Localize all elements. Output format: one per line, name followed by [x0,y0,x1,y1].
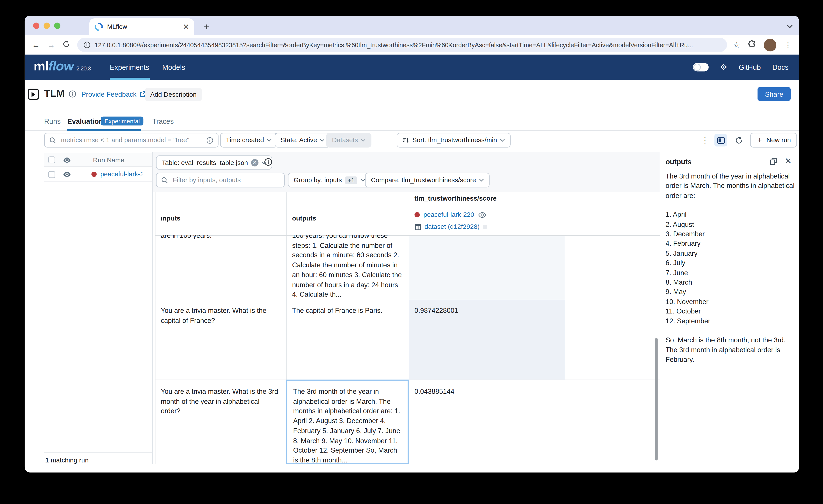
score-cell[interactable] [408,235,565,300]
run-checkbox[interactable] [48,171,55,178]
month-line: 7. June [666,268,795,278]
browser-window: MLflow ✕ ＋ ← → 127.0.0.1:8080/#/experime… [25,16,799,473]
table-info-icon[interactable] [264,158,272,168]
run-visibility-eye-icon[interactable] [63,171,71,178]
matching-run-count: 1 [45,457,49,464]
share-button[interactable]: Share [758,87,791,100]
dataset-link-label[interactable]: dataset (d12f2928) [425,223,480,231]
browser-tab[interactable]: MLflow ✕ [89,18,194,35]
new-run-button[interactable]: ＋ New run [750,133,797,148]
select-all-checkbox[interactable] [48,157,55,163]
run-link-label[interactable]: peaceful-lark-220 [423,211,474,219]
side-panel-toggle[interactable] [714,134,727,147]
browser-menu-icon[interactable]: ⋮ [784,41,792,49]
dataset-header[interactable]: dataset (d12f2928) [415,223,487,231]
group-by-label: Group by: inputs [294,176,342,184]
new-tab-button[interactable]: ＋ [201,21,212,33]
github-link[interactable]: GitHub [739,63,761,71]
table-border [155,207,660,207]
search-info-icon[interactable] [206,137,213,144]
input-cell[interactable]: are in 100 years. [155,235,286,300]
mlflow-logo[interactable]: mlflow2.20.3 [34,58,91,73]
eval-filter-input[interactable] [156,173,285,188]
detail-title: outputs [666,158,692,166]
add-description-button[interactable]: Add Description [145,88,202,101]
run-name-link[interactable]: peaceful-lark-2... [100,171,142,178]
mlflow-favicon-icon [95,23,103,31]
site-info-icon[interactable] [84,42,91,48]
visibility-eye-icon[interactable] [63,157,71,163]
input-cell[interactable]: You are a trivia master. What is the 3rd… [155,380,286,464]
close-icon[interactable]: ✕ [785,157,792,165]
eval-filter-field[interactable] [172,176,280,184]
back-icon[interactable]: ← [32,40,40,49]
runs-search-field[interactable] [60,136,207,145]
tab-traces[interactable]: Traces [152,118,174,125]
refresh-icon[interactable] [732,134,745,147]
screen: MLflow ✕ ＋ ← → 127.0.0.1:8080/#/experime… [0,0,823,504]
month-line: 10. November [666,297,795,307]
search-icon [49,137,56,144]
address-bar[interactable]: 127.0.0.1:8080/#/experiments/24405443549… [77,38,727,52]
score-cell[interactable]: 0.9874228001 [408,300,565,380]
group-by-extra-badge: +1 [345,176,357,184]
datasets-filter[interactable]: Datasets [326,133,371,148]
evaluation-workspace: Run Name peaceful-lark-2... 1 matching r… [25,152,799,473]
forward-icon[interactable]: → [47,40,55,49]
extensions-icon[interactable] [748,40,756,50]
tab-close-icon[interactable]: ✕ [183,23,189,31]
tab-search-icon[interactable] [787,21,793,30]
gear-icon[interactable]: ⚙ [720,62,727,72]
more-options-icon[interactable]: ⋮ [699,134,711,147]
tab-evaluation[interactable]: Evaluation [67,118,103,125]
profile-avatar[interactable] [764,38,777,51]
run-row[interactable]: peaceful-lark-2... [44,168,152,182]
runs-list-header: Run Name [44,153,152,167]
output-cell[interactable]: 100 years, you can follow these steps: 1… [286,235,408,300]
group-by-selector[interactable]: Group by: inputs +1 [288,173,371,188]
eval-results-table: tlm_trustworthiness/score inputs outputs… [153,192,660,464]
nav-experiments[interactable]: Experiments [110,55,149,80]
output-detail-panel: outputs ✕ The 3rd month of the year in a… [660,152,799,473]
provide-feedback-link[interactable]: Provide Feedback [81,90,146,98]
reload-icon[interactable] [62,40,70,49]
output-text: 100 years, you can follow these steps: 1… [292,235,403,300]
compare-label: Compare: tlm_trustworthiness/score [371,176,476,184]
close-window-button[interactable] [33,22,39,29]
minimize-window-button[interactable] [43,22,50,29]
table-scrollbar-thumb[interactable] [655,338,658,461]
nav-models[interactable]: Models [162,55,185,80]
output-cell[interactable]: The capital of France is Paris. [286,300,408,380]
input-cell[interactable]: You are a trivia master. What is the cap… [155,300,286,380]
theme-toggle[interactable] [693,63,708,71]
sort-selector[interactable]: Sort: tlm_trustworthiness/min [396,133,511,148]
run-column-header[interactable]: peaceful-lark-220 [415,211,486,219]
bookmark-star-icon[interactable]: ☆ [733,40,740,50]
table-controls-zone: Table: eval_results_table.json ✕ Group b… [153,152,660,192]
state-filter[interactable]: State: Active [275,133,331,148]
browser-tabstrip: MLflow ✕ ＋ [25,16,799,35]
month-line: 4. February [666,239,795,249]
score-cell[interactable]: 0.043885144 [408,380,565,464]
experiment-icon [28,89,39,100]
runs-search-input[interactable] [44,133,219,148]
detail-body: The 3rd month of the year in alphabetica… [666,172,795,365]
artifact-table-select[interactable]: Table: eval_results_table.json ✕ [156,155,272,170]
run-color-dot [415,212,420,217]
selected-output-cell[interactable]: The 3rd month of the year in alphabetica… [286,380,408,464]
visibility-eye-icon[interactable] [478,211,486,218]
inputs-column-header[interactable]: inputs [161,215,180,222]
time-created-filter[interactable]: Time created [220,133,278,148]
compare-selector[interactable]: Compare: tlm_trustworthiness/score [365,173,490,188]
docs-link[interactable]: Docs [773,63,789,71]
tab-runs[interactable]: Runs [44,118,61,125]
tab-active-underline [67,129,141,131]
zoom-window-button[interactable] [54,22,60,29]
chevron-down-icon [267,139,272,142]
copy-icon[interactable] [769,157,777,165]
outputs-column-header[interactable]: outputs [292,215,316,222]
logo-flow: flow [48,58,73,73]
experiment-info-icon[interactable] [69,90,76,100]
table-border [565,192,565,464]
clear-table-icon[interactable]: ✕ [251,159,259,166]
